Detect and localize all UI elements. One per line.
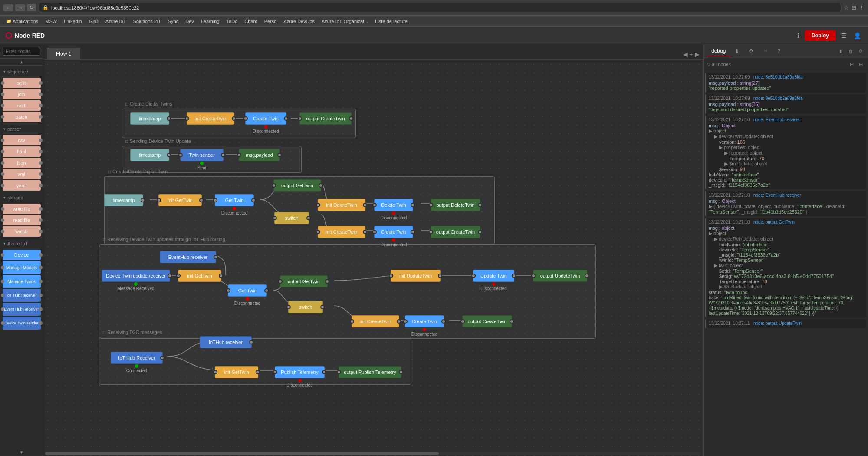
node-split[interactable]: split — [3, 78, 41, 88]
bookmark-azure-iot-org[interactable]: Azure IoT Organizat... — [319, 18, 371, 25]
canvas[interactable]: Create Digital Twins Sending Device Twin… — [43, 60, 703, 456]
node-init-create-twin-2[interactable]: init CreateTwin — [318, 226, 365, 238]
node-xml[interactable]: xml — [3, 169, 41, 179]
node-join[interactable]: join — [3, 89, 41, 99]
node-manage-twins[interactable]: Manage Twins — [3, 275, 41, 288]
bookmark-linkedin[interactable]: LinkedIn — [61, 18, 85, 25]
node-write-file[interactable]: write file — [3, 204, 41, 214]
node-iot-hub-receiver-canvas[interactable]: IoT Hub Receiver Connected — [111, 352, 163, 364]
node-output-update-twin[interactable]: output UpdateTwin — [533, 270, 587, 282]
settings-button[interactable]: ⋮ — [859, 4, 865, 11]
tab-help[interactable]: ? — [773, 46, 785, 56]
tab-flow1[interactable]: Flow 1 — [47, 48, 80, 59]
debug-collapse-all[interactable]: ⊟ — [848, 61, 855, 68]
node-update-twin[interactable]: Update Twin Disconnected — [473, 270, 514, 282]
node-output-delete-twin[interactable]: output DeleteTwin — [431, 199, 480, 211]
node-create-twin-3[interactable]: Create Twin Disconnected — [405, 315, 444, 327]
node-device-twin-sender-palette[interactable]: Device Twin sender — [3, 317, 41, 330]
node-timestamp-3[interactable]: timestamp — [104, 194, 143, 206]
node-init-create-twin-3[interactable]: init CreateTwin — [352, 315, 399, 327]
node-msg-payload[interactable]: msg.payload — [239, 149, 280, 161]
node-publish-telemetry[interactable]: Publish Telemetry Disconnected — [275, 366, 325, 378]
node-timestamp-1[interactable]: timestamp — [130, 112, 169, 125]
info-button[interactable]: ℹ — [796, 30, 801, 41]
node-eventhub-receiver[interactable]: EventHub receiver — [160, 251, 216, 263]
bookmark-liste-lecture[interactable]: Liste de lecture — [372, 18, 410, 25]
bookmark-g8b[interactable]: G8B — [86, 18, 101, 25]
bookmark-perso[interactable]: Perso — [262, 18, 279, 25]
bookmark-sync[interactable]: Sync — [165, 18, 181, 25]
node-iot-hub-receiver-palette[interactable]: IoT Hub Receiver — [3, 289, 41, 302]
tab-next[interactable]: ▶ — [695, 51, 700, 58]
node-output-publish-telemetry[interactable]: output Publish Telemetry — [339, 366, 401, 378]
node-switch-2[interactable]: switch — [288, 301, 323, 313]
bookmark-dev[interactable]: Dev — [183, 18, 197, 25]
node-output-get-twin-2[interactable]: output GetTwin — [280, 275, 328, 287]
node-delete-twin[interactable]: Delete Twin Disconnected — [374, 199, 413, 211]
node-create-twin-1[interactable]: Create Twin Disconnected — [245, 112, 286, 125]
node-output-create-twin-2[interactable]: output CreateTwin — [431, 226, 480, 238]
search-input[interactable] — [3, 47, 40, 56]
node-init-get-twin-3[interactable]: init GetTwin — [215, 366, 258, 378]
node-create-twin-2[interactable]: Create Twin Disconnected — [374, 226, 413, 238]
tab-context[interactable]: ≡ — [760, 46, 771, 56]
node-event-hub-receiver-palette[interactable]: Event Hub Receiver — [3, 303, 41, 316]
node-init-create-twin-1[interactable]: init CreateTwin — [187, 112, 234, 125]
extensions-button[interactable]: ⊞ — [852, 4, 856, 11]
refresh-button[interactable]: ↻ — [27, 4, 36, 11]
star-button[interactable]: ☆ — [844, 4, 849, 11]
bookmark-todo[interactable]: ToDo — [224, 18, 240, 25]
category-header-azure[interactable]: Azure IoT — [0, 239, 43, 248]
node-html[interactable]: html — [3, 146, 41, 157]
category-header-parser[interactable]: parser — [0, 125, 43, 133]
tab-prev[interactable]: ◀ — [683, 51, 688, 58]
debug-clear-button[interactable]: 🗑 — [847, 48, 855, 55]
debug-config-button[interactable]: ⚙ — [857, 47, 865, 55]
bookmark-learning[interactable]: Learning — [198, 18, 222, 25]
node-timestamp-2[interactable]: timestamp — [130, 149, 169, 161]
scroll-down[interactable]: ▼ — [20, 450, 24, 455]
node-twin-sender[interactable]: Twin sender Sent — [180, 149, 224, 161]
node-output-create-twin-3[interactable]: output CreateTwin — [462, 315, 512, 327]
node-switch-1[interactable]: switch — [274, 212, 309, 224]
menu-button[interactable]: ☰ — [839, 30, 848, 41]
node-json[interactable]: json — [3, 158, 41, 168]
bookmark-solutions-iot[interactable]: Solutions IoT — [131, 18, 164, 25]
node-yaml[interactable]: yaml — [3, 180, 41, 191]
bookmark-msw[interactable]: MSW — [43, 18, 59, 25]
scroll-up[interactable]: ▲ — [20, 59, 24, 64]
node-get-twin-2[interactable]: Get Twin Disconnected — [228, 284, 267, 297]
node-watch[interactable]: watch — [3, 226, 41, 237]
deploy-button[interactable]: Deploy — [805, 30, 836, 41]
bookmark-applications[interactable]: Applications — [3, 18, 41, 25]
debug-pause-button[interactable]: ⏸ — [837, 48, 845, 55]
node-output-get-twin-1[interactable]: output GetTwin — [273, 179, 321, 192]
bookmark-chant[interactable]: Chant — [242, 18, 260, 25]
node-init-delete-twin[interactable]: init DeleteTwin — [318, 199, 365, 211]
node-manage-models[interactable]: Manage Models — [3, 261, 41, 274]
bookmark-azure-devops[interactable]: Azure DevOps — [281, 18, 317, 25]
node-device[interactable]: Device — [3, 250, 41, 260]
node-init-get-twin-1[interactable]: init GetTwin — [158, 194, 202, 206]
back-button[interactable]: ← — [3, 4, 13, 11]
tab-settings[interactable]: ⚙ — [744, 46, 758, 56]
category-header-storage[interactable]: storage — [0, 193, 43, 202]
node-get-twin-1[interactable]: Get Twin Disconnected — [215, 194, 254, 206]
node-batch[interactable]: batch — [3, 112, 41, 122]
node-init-update-twin[interactable]: init UpdateTwin — [391, 270, 441, 282]
forward-button[interactable]: → — [15, 4, 25, 11]
node-sort[interactable]: sort — [3, 100, 41, 111]
node-output-create-twin-1[interactable]: output CreateTwin — [299, 112, 352, 125]
tab-debug[interactable]: debug — [707, 46, 730, 56]
user-button[interactable]: 👤 — [852, 30, 863, 41]
node-iothub-receiver[interactable]: IoTHub receiver — [200, 336, 252, 348]
canvas-scrollbar-h[interactable] — [45, 452, 701, 455]
category-header-sequence[interactable]: sequence — [0, 67, 43, 76]
debug-expand-all[interactable]: ⊞ — [857, 61, 865, 68]
tab-info[interactable]: ℹ — [732, 46, 743, 56]
tab-add[interactable]: + — [690, 51, 693, 58]
bookmark-azure-iot[interactable]: Azure IoT — [103, 18, 129, 25]
node-device-twin-update-receiver[interactable]: Device Twin update receiver Message Rece… — [102, 270, 170, 282]
node-csv[interactable]: csv — [3, 135, 41, 145]
node-init-get-twin-2[interactable]: init GetTwin — [178, 270, 221, 282]
